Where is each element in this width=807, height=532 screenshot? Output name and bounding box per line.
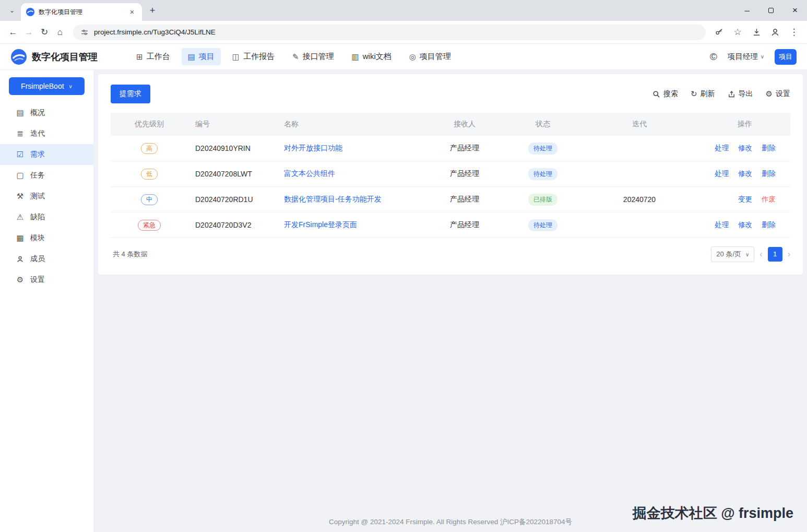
download-icon[interactable]	[749, 25, 764, 40]
sidebar-item-label: 测试	[30, 192, 45, 201]
sidebar-item-label: 模块	[30, 233, 45, 243]
sidebar-item-label: 任务	[30, 171, 45, 180]
page-size-select[interactable]: 20 条/页 ∨	[711, 246, 754, 262]
search-icon	[652, 90, 660, 98]
requirements-card: 提需求 搜索 ↻ 刷新 导出 ⚙	[98, 74, 803, 275]
prev-page-icon[interactable]: ‹	[759, 250, 762, 259]
sidebar-item-modules[interactable]: ▦模块	[0, 228, 93, 249]
report-icon: ◫	[232, 52, 240, 62]
iteration-value: 20240720	[579, 195, 699, 204]
table-settings-button[interactable]: ⚙ 设置	[766, 89, 790, 99]
nav-workbench[interactable]: ⊞工作台	[130, 48, 176, 65]
settings-icon: ⚙	[16, 275, 25, 285]
header-right: © 项目经理 ∨ 项目	[710, 49, 797, 65]
user-role-dropdown[interactable]: 项目经理 ∨	[728, 52, 764, 62]
sidebar-item-tasks[interactable]: ▢任务	[0, 165, 93, 186]
sidebar-item-label: 成员	[30, 254, 45, 264]
requirement-name-link[interactable]: 开发FrSimple登录页面	[284, 220, 357, 229]
priority-badge: 紧急	[138, 220, 161, 231]
page-number[interactable]: 1	[768, 247, 782, 262]
table-toolbar: 搜索 ↻ 刷新 导出 ⚙ 设置	[652, 89, 790, 99]
table-row: 中 D20240720RD1U 数据化管理项目-任务功能开发 产品经理 已排版 …	[111, 187, 790, 212]
browser-tab[interactable]: 数字化项目管理 ×	[21, 3, 142, 21]
project-selector-button[interactable]: FrsimpleBoot ∨	[9, 77, 85, 95]
priority-badge: 高	[141, 143, 158, 154]
sidebar-item-label: 设置	[30, 275, 45, 285]
col-actions: 操作	[699, 120, 790, 129]
user-role-label: 项目经理	[728, 52, 758, 62]
sidebar-item-settings[interactable]: ⚙设置	[0, 269, 93, 290]
add-requirement-button[interactable]: 提需求	[111, 85, 150, 103]
profile-icon[interactable]	[767, 25, 783, 40]
sidebar-item-defects[interactable]: ⚠缺陷	[0, 207, 93, 228]
export-button[interactable]: 导出	[728, 89, 753, 99]
refresh-icon[interactable]: ↻	[37, 25, 52, 40]
delete-action[interactable]: 删除	[762, 144, 776, 152]
requirement-name-link[interactable]: 数据化管理项目-任务功能开发	[284, 195, 382, 203]
project-mgmt-icon: ◎	[409, 52, 416, 62]
tab-favicon	[26, 8, 34, 16]
window-minimize-button[interactable]: ─	[735, 0, 759, 21]
password-key-icon[interactable]	[711, 25, 727, 40]
window-close-button[interactable]: ×	[783, 0, 807, 21]
search-button[interactable]: 搜索	[652, 89, 678, 99]
tab-search-chevron-icon[interactable]: ⌄	[5, 4, 19, 17]
sidebar-item-label: 概况	[30, 108, 45, 117]
window-maximize-button[interactable]	[759, 0, 783, 21]
nav-project-management[interactable]: ◎项目管理	[403, 48, 457, 65]
sidebar-item-testing[interactable]: ⚒测试	[0, 186, 93, 207]
delete-action[interactable]: 删除	[762, 221, 776, 229]
tab-close-icon[interactable]: ×	[127, 7, 137, 17]
chevron-down-icon: ∨	[761, 54, 764, 60]
receiver: 产品经理	[423, 195, 506, 204]
iteration-icon: ≣	[16, 129, 25, 138]
edit-action[interactable]: 修改	[738, 221, 752, 229]
nav-wiki-docs[interactable]: ▥wiki文档	[346, 48, 398, 65]
browser-tab-strip: ⌄ 数字化项目管理 × + ─ ×	[0, 0, 807, 21]
app-body: FrsimpleBoot ∨ ▤概况 ≣迭代 ☑需求 ▢任务 ⚒测试 ⚠缺陷 ▦…	[0, 70, 807, 532]
nav-project[interactable]: ▤项目	[182, 48, 221, 65]
delete-action[interactable]: 删除	[762, 170, 776, 178]
col-receiver: 接收人	[423, 120, 506, 129]
requirement-name-link[interactable]: 对外开放接口功能	[284, 144, 342, 152]
handle-action[interactable]: 处理	[715, 170, 729, 178]
avatar[interactable]: 项目	[775, 49, 797, 65]
back-icon[interactable]: ←	[5, 25, 21, 40]
requirement-name-link[interactable]: 富文本公共组件	[284, 169, 335, 178]
edit-action[interactable]: 修改	[738, 170, 752, 178]
chevron-down-icon: ∨	[745, 252, 749, 257]
watermark: 掘金技术社区 @ frsimple	[633, 504, 793, 523]
table-row: 高 D20240910YRIN 对外开放接口功能 产品经理 待处理 处理 修改 …	[111, 136, 790, 161]
nav-api-management[interactable]: ✎接口管理	[286, 48, 340, 65]
change-action[interactable]: 变更	[738, 195, 752, 203]
sidebar-item-iteration[interactable]: ≣迭代	[0, 123, 93, 144]
overview-icon: ▤	[16, 108, 25, 117]
top-nav: ⊞工作台 ▤项目 ◫工作报告 ✎接口管理 ▥wiki文档 ◎项目管理	[130, 48, 457, 65]
next-page-icon[interactable]: ›	[788, 250, 790, 259]
requirement-code: D20240720RD1U	[188, 195, 277, 204]
page-size-value: 20 条/页	[716, 250, 741, 259]
browser-menu-icon[interactable]: ⋮	[786, 25, 802, 40]
bookmark-star-icon[interactable]: ☆	[730, 25, 745, 40]
refresh-label: 刷新	[701, 89, 715, 99]
site-info-icon[interactable]	[80, 28, 89, 37]
table-header-row: 优先级别 编号 名称 接收人 状态 迭代 操作	[111, 113, 790, 136]
void-action[interactable]: 作废	[762, 195, 776, 203]
nav-work-report[interactable]: ◫工作报告	[226, 48, 281, 65]
edit-action[interactable]: 修改	[738, 144, 752, 152]
sidebar-item-members[interactable]: 成员	[0, 249, 93, 269]
tab-title: 数字化项目管理	[39, 8, 123, 17]
priority-badge: 中	[141, 194, 158, 205]
refresh-button[interactable]: ↻ 刷新	[691, 89, 715, 99]
export-label: 导出	[739, 89, 753, 99]
new-tab-button[interactable]: +	[145, 4, 160, 18]
nav-label: 项目管理	[420, 52, 451, 62]
address-bar[interactable]: project.frsimple.cn/Tug3CiQ4/J5LifLNE	[73, 25, 706, 40]
forward-icon[interactable]: →	[21, 25, 37, 40]
sidebar-item-requirements[interactable]: ☑需求	[0, 144, 93, 165]
home-icon[interactable]: ⌂	[52, 25, 68, 40]
sidebar-item-overview[interactable]: ▤概况	[0, 102, 93, 123]
handle-action[interactable]: 处理	[715, 221, 729, 229]
handle-action[interactable]: 处理	[715, 144, 729, 152]
copyright-icon[interactable]: ©	[710, 51, 717, 63]
